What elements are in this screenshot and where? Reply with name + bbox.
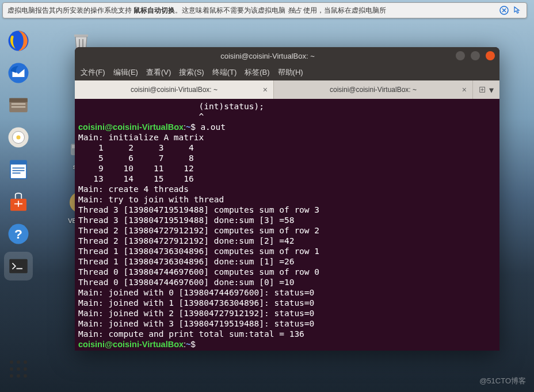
svg-rect-5 [12,103,26,105]
terminal-dock-icon[interactable] [4,252,33,280]
menu-tabs[interactable]: 标签(B) [245,67,269,78]
svg-rect-18 [9,259,28,274]
terminal-window: coisini@coisini-VirtualBox: ~ 文件(F) 编辑(E… [75,47,499,351]
svg-rect-12 [13,168,25,169]
tab-label: coisini@coisini-VirtualBox: ~ [330,86,417,94]
tab-bar: coisini@coisini-VirtualBox: ~ × coisini@… [75,80,499,99]
svg-rect-19 [17,268,23,270]
close-button[interactable] [486,51,495,60]
thunderbird-icon[interactable] [4,59,33,87]
menu-search[interactable]: 搜索(S) [179,67,204,78]
notification-close-icon[interactable] [499,5,509,16]
notification-text: 虚拟电脑报告其内所安装的操作系统支持 鼠标自动切换。这意味着鼠标不需要为该虚拟电… [7,6,386,16]
menu-terminal[interactable]: 终端(T) [212,67,237,78]
svg-rect-6 [12,106,26,108]
files-icon[interactable] [4,91,33,120]
svg-rect-11 [10,160,26,164]
svg-rect-20 [74,34,88,37]
menu-view[interactable]: 查看(V) [146,67,171,78]
menu-help[interactable]: 帮助(H) [278,67,303,78]
tab-label: coisini@coisini-VirtualBox: ~ [131,86,218,94]
maximize-button[interactable] [471,51,480,60]
svg-rect-14 [13,172,21,174]
tab-2[interactable]: coisini@coisini-VirtualBox: ~ × [274,80,473,99]
watermark: @51CTO博客 [479,376,526,386]
tab-1[interactable]: coisini@coisini-VirtualBox: ~ × [75,80,274,99]
rhythmbox-icon[interactable] [4,123,33,152]
svg-rect-4 [9,98,28,102]
window-titlebar[interactable]: coisini@coisini-VirtualBox: ~ [75,47,499,64]
tab-close-icon[interactable]: × [462,85,467,94]
firefox-icon[interactable] [4,26,33,55]
help-icon[interactable]: ? [4,220,33,248]
svg-text:?: ? [14,226,22,241]
minimize-button[interactable] [456,51,465,60]
menubar: 文件(F) 编辑(E) 查看(V) 搜索(S) 终端(T) 标签(B) 帮助(H… [75,64,499,80]
menu-file[interactable]: 文件(F) [81,67,105,78]
libreoffice-writer-icon[interactable] [4,155,33,184]
software-center-icon[interactable] [4,187,33,216]
tab-close-icon[interactable]: × [263,85,268,94]
chevron-down-icon[interactable]: ▾ [489,84,494,95]
launcher-dock: ? [0,23,37,284]
terminal-output[interactable]: (int)status); ^ coisini@coisini-VirtualB… [75,99,499,351]
vm-notification: 虚拟电脑报告其内所安装的操作系统支持 鼠标自动切换。这意味着鼠标不需要为该虚拟电… [2,2,527,18]
svg-rect-13 [13,170,25,171]
svg-point-9 [17,136,21,140]
window-title: coisini@coisini-VirtualBox: ~ [79,52,456,60]
tab-new-button[interactable]: ▾ [473,80,499,99]
menu-edit[interactable]: 编辑(E) [113,67,138,78]
notification-mouse-icon[interactable] [512,5,522,16]
show-applications-icon[interactable] [6,356,31,382]
